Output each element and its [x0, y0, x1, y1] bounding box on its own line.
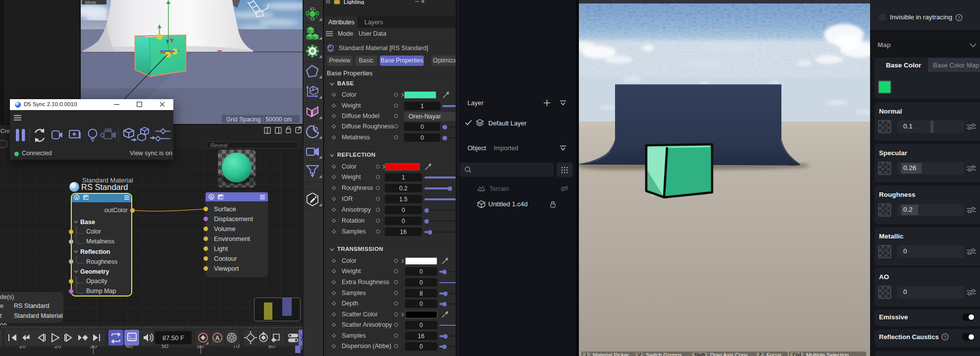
- svg-text:S: S: [210, 195, 213, 199]
- svg-text:?: ?: [958, 15, 960, 20]
- svg-text:A: A: [215, 335, 219, 342]
- svg-text:87.50 F: 87.50 F: [162, 334, 184, 342]
- svg-text:Grid Spacing : 50000 cm: Grid Spacing : 50000 cm: [226, 116, 292, 123]
- svg-text:?: ?: [944, 334, 946, 340]
- svg-text:Lighting: Lighting: [344, 0, 364, 4]
- svg-text:Move: Move: [85, 0, 96, 5]
